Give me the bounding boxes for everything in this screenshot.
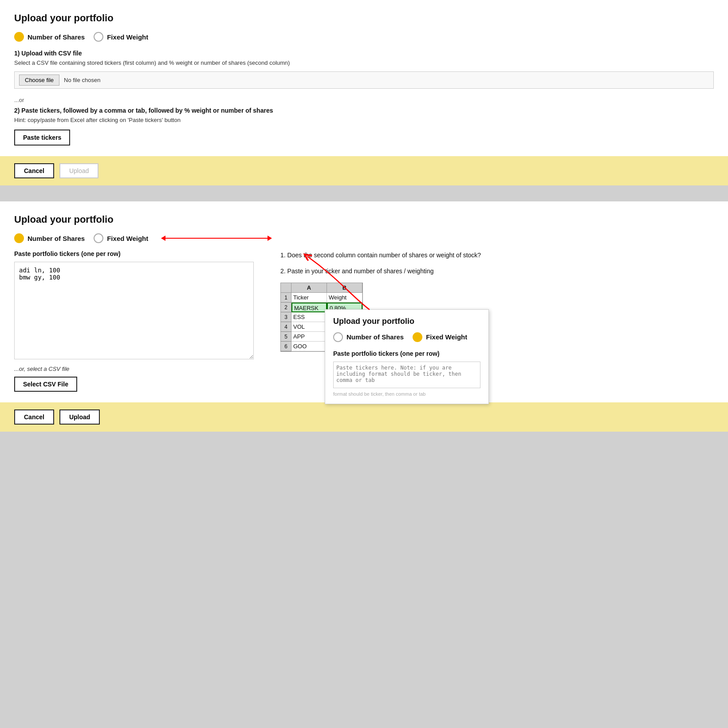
cell-a2: MAERSK (291, 303, 327, 312)
weight-radio-option[interactable]: Fixed Weight (94, 32, 148, 42)
svg-marker-0 (268, 236, 272, 241)
instruction-1: 1. Does the second column contain number… (280, 250, 714, 260)
overlay-shares-circle[interactable] (333, 332, 343, 342)
red-arrowhead (268, 236, 272, 241)
overlay-weight-option[interactable]: Fixed Weight (413, 332, 467, 342)
panel-2-radio-row: Number of Shares Fixed Weight (14, 233, 714, 243)
row-num-5: 5 (281, 332, 291, 342)
weight-radio-circle[interactable] (94, 32, 103, 42)
row-num-2: 2 (281, 303, 291, 312)
panel-2-footer: Cancel Upload (0, 402, 728, 432)
red-arrow-indicator (161, 236, 272, 241)
row-num-6: 6 (281, 342, 291, 351)
cell-a3: ESS (291, 312, 327, 322)
second-section: Paste portfolio tickers (one per row) ad… (14, 250, 714, 402)
weight-radio-option-2[interactable]: Fixed Weight (94, 233, 148, 243)
cell-a4: VOL (291, 322, 327, 332)
panel-1-radio-row: Number of Shares Fixed Weight (14, 32, 714, 42)
row-num-1: 1 (281, 293, 291, 303)
shares-radio-label-2: Number of Shares (28, 235, 85, 242)
overlay-weight-label: Fixed Weight (426, 333, 467, 341)
excel-area: A B 1 Ticker Weight 2 MAERSK 0.80% 3 (280, 283, 363, 358)
no-file-text: No file chosen (64, 77, 100, 83)
or-text: ...or (14, 97, 714, 103)
curved-arrow-svg (334, 270, 405, 314)
overlay-radio-row: Number of Shares Fixed Weight (333, 332, 480, 342)
overlay-note: format should be ticker, then comma or t… (333, 391, 480, 397)
gap (0, 193, 728, 201)
left-column: Paste portfolio tickers (one per row) ad… (14, 250, 263, 402)
right-column: 1. Does the second column contain number… (280, 250, 714, 402)
row-num-4: 4 (281, 322, 291, 332)
cancel-button-1[interactable]: Cancel (14, 163, 54, 178)
excel-corner (281, 283, 291, 293)
or-csv-text: ...or, select a CSV file (14, 366, 263, 372)
cell-a5: APP (291, 332, 327, 342)
overlay-title: Upload your portfolio (333, 317, 480, 326)
cell-a1: Ticker (291, 293, 327, 303)
panel-1-title: Upload your portfolio (14, 12, 714, 24)
cell-a6: GOO (291, 342, 327, 351)
panel-1: Upload your portfolio Number of Shares F… (0, 0, 728, 185)
upload-button-2[interactable]: Upload (59, 409, 100, 425)
overlay-shares-label: Number of Shares (346, 333, 404, 341)
overlay-weight-circle[interactable] (413, 332, 422, 342)
paste-tickers-button[interactable]: Paste tickers (14, 130, 70, 146)
shares-radio-label: Number of Shares (28, 33, 85, 41)
weight-radio-label-2: Fixed Weight (107, 235, 148, 242)
overlay-paste-label: Paste portfolio tickers (one per row) (333, 350, 480, 357)
paste-label: Paste portfolio tickers (one per row) (14, 250, 263, 257)
overlay-shares-option[interactable]: Number of Shares (333, 332, 404, 342)
paste-heading: 2) Paste tickers, followed by a comma or… (14, 107, 714, 114)
paste-hint: Hint: copy/paste from Excel after clicki… (14, 117, 714, 123)
upload-csv-desc: Select a CSV file containing stored tick… (14, 59, 714, 66)
tickers-textarea[interactable]: adi ln, 100 bmw gy, 100 (14, 262, 254, 359)
weight-radio-circle-2[interactable] (94, 233, 103, 243)
panel-2-title: Upload your portfolio (14, 214, 714, 225)
row-num-3: 3 (281, 312, 291, 322)
weight-radio-label: Fixed Weight (107, 33, 148, 41)
shares-radio-circle-2[interactable] (14, 233, 24, 243)
overlay-textarea[interactable] (333, 362, 480, 388)
select-csv-button[interactable]: Select CSV File (14, 377, 77, 392)
upload-csv-heading: 1) Upload with CSV file (14, 50, 714, 57)
cancel-button-2[interactable]: Cancel (14, 409, 54, 425)
panel-2: Upload your portfolio Number of Shares F… (0, 201, 728, 432)
overlay-popup: Upload your portfolio Number of Shares F… (325, 309, 489, 404)
upload-button-1[interactable]: Upload (59, 163, 98, 178)
panel-1-footer: Cancel Upload (0, 156, 728, 185)
shares-radio-option-2[interactable]: Number of Shares (14, 233, 85, 243)
col-header-a: A (291, 283, 327, 293)
shares-radio-option[interactable]: Number of Shares (14, 32, 85, 42)
choose-file-button[interactable]: Choose file (19, 75, 59, 86)
file-input-row: Choose file No file chosen (14, 71, 714, 89)
shares-radio-circle[interactable] (14, 32, 24, 42)
